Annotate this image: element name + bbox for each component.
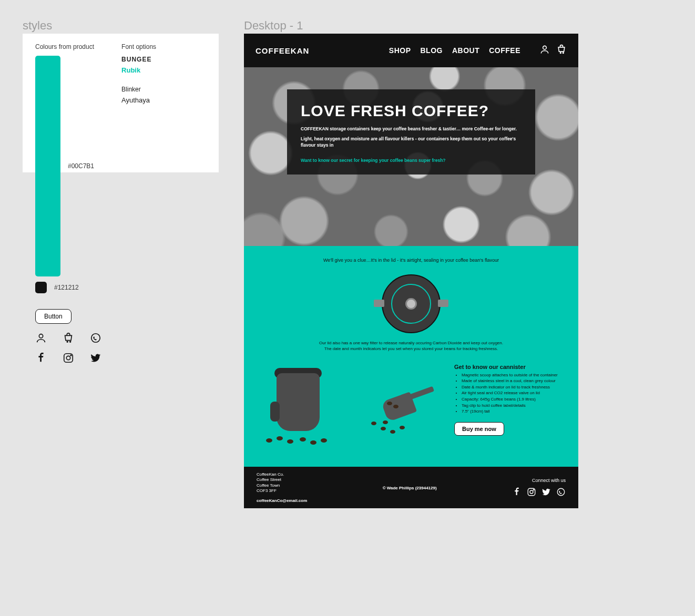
footer-copyright: © Wade Phillips (23944129) xyxy=(314,486,505,490)
svg-point-5 xyxy=(66,356,70,360)
footer-email[interactable]: coffeeKanCo@email.com xyxy=(257,498,307,504)
twitter-icon xyxy=(90,352,101,366)
lid-illustration xyxy=(377,272,445,335)
hero-copy-2: Light, heat oxygen and moisture are all … xyxy=(301,136,522,148)
colours-heading: Colours from product xyxy=(35,43,94,50)
logo[interactable]: COFFEEKAN xyxy=(255,46,380,55)
hero-copy-1: COFFEEKAN storage containers keep your c… xyxy=(301,126,522,132)
swatch-black[interactable] xyxy=(35,282,47,293)
font-rubik: Rubik xyxy=(121,66,156,74)
twitter-icon[interactable] xyxy=(541,487,551,498)
frame-label-styles: styles xyxy=(23,19,52,33)
product-section: We'll give you a clue…It's in the lid - … xyxy=(244,246,578,467)
svg-point-13 xyxy=(557,488,565,496)
svg-point-1 xyxy=(67,341,68,342)
frame-label-desktop: Desktop - 1 xyxy=(244,19,303,33)
whatsapp-icon[interactable] xyxy=(556,487,566,498)
whatsapp-icon xyxy=(90,332,101,346)
hero-cta-link[interactable]: Want to know our secret for keeping your… xyxy=(301,158,522,163)
svg-point-11 xyxy=(530,490,533,494)
swatch-teal-label: #00C7B1 xyxy=(68,162,94,170)
facebook-icon xyxy=(35,352,47,366)
hero-title: LOVE FRESH COFFEE? xyxy=(301,102,522,120)
footer-addr-line: COF3 3FF xyxy=(257,488,307,494)
desktop-artboard: COFFEEKAN SHOP BLOG ABOUT COFFEE LOVE FR… xyxy=(244,34,578,508)
feature-item: Made of stainless steel in a cool, clean… xyxy=(462,378,566,384)
site-footer: CoffeeKan Co. Coffee Street Coffee Town … xyxy=(244,467,578,508)
fonts-heading: Font options xyxy=(121,43,156,50)
feature-item: 7.5" (19cm) tall xyxy=(462,408,566,415)
account-icon[interactable] xyxy=(539,44,550,57)
nav-coffee[interactable]: COFFEE xyxy=(489,46,520,55)
hero-overlay: LOVE FRESH COFFEE? COFFEEKAN storage con… xyxy=(287,89,535,174)
instagram-icon[interactable] xyxy=(527,487,536,498)
font-blinker: Blinker xyxy=(121,86,156,93)
teal-desc-1: Our lid also has a one way filter to rel… xyxy=(306,341,516,346)
feature-item: Magnetic scoop attaches to outside of th… xyxy=(462,372,566,378)
facebook-icon[interactable] xyxy=(512,487,522,498)
user-icon xyxy=(35,332,47,346)
features-block: Get to know our cannister Magnetic scoop… xyxy=(454,364,566,436)
instagram-icon xyxy=(63,352,74,366)
cannister-image xyxy=(257,364,341,448)
swatch-black-label: #121212 xyxy=(54,284,79,291)
footer-connect-label: Connect with us xyxy=(512,478,566,483)
styles-panel: Colours from product #00C7B1 #121212 Fon… xyxy=(23,34,219,172)
hero: LOVE FRESH COFFEE? COFFEEKAN storage con… xyxy=(244,67,578,246)
sample-button[interactable]: Button xyxy=(35,309,71,324)
primary-nav: SHOP BLOG ABOUT COFFEE xyxy=(389,46,520,55)
footer-addr-line: Coffee Town xyxy=(257,483,307,488)
teal-intro: We'll give you a clue…It's in the lid - … xyxy=(257,258,566,263)
footer-addr-line: CoffeeKan Co. xyxy=(257,472,307,477)
cart-icon xyxy=(63,332,74,346)
svg-point-7 xyxy=(543,46,547,49)
feature-item: Date & month indicator on lid to track f… xyxy=(462,384,566,391)
svg-point-6 xyxy=(70,355,71,356)
nav-shop[interactable]: SHOP xyxy=(389,46,411,55)
buy-button[interactable]: Buy me now xyxy=(454,422,504,436)
svg-point-12 xyxy=(533,489,534,490)
nav-about[interactable]: ABOUT xyxy=(452,46,479,55)
teal-desc-2: The date and month indicators let you se… xyxy=(306,346,516,352)
svg-point-0 xyxy=(39,334,43,338)
features-title: Get to know our cannister xyxy=(454,364,566,370)
svg-point-3 xyxy=(91,334,100,343)
footer-address: CoffeeKan Co. Coffee Street Coffee Town … xyxy=(257,472,307,504)
nav-blog[interactable]: BLOG xyxy=(420,46,442,55)
font-bungee: BUNGEE xyxy=(121,56,156,63)
feature-item: Tag clip to hold coffee label/details xyxy=(462,403,566,409)
swatch-teal[interactable] xyxy=(35,56,60,276)
svg-point-8 xyxy=(560,53,561,54)
font-ayuthaya: Ayuthaya xyxy=(121,96,156,104)
site-header: COFFEEKAN SHOP BLOG ABOUT COFFEE xyxy=(244,34,578,67)
feature-item: Capacity: 645g Coffee beans (1.9 litres) xyxy=(462,396,566,403)
svg-point-9 xyxy=(563,53,564,54)
svg-point-2 xyxy=(70,341,71,342)
feature-item: Air tight seal and CO2 release valve on … xyxy=(462,390,566,396)
cart-icon[interactable] xyxy=(556,44,567,57)
footer-addr-line: Coffee Street xyxy=(257,477,307,482)
scoop-image xyxy=(355,364,440,448)
